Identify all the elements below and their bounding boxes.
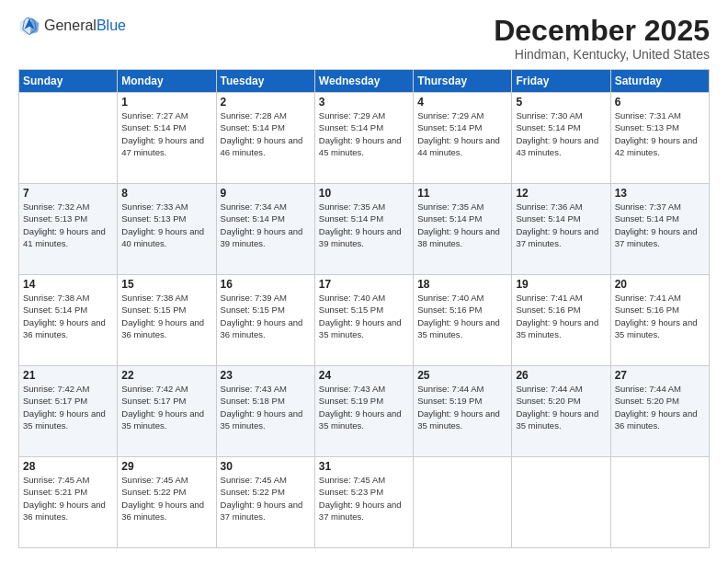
calendar-cell: 23Sunrise: 7:43 AM Sunset: 5:18 PM Dayli… [216,366,314,457]
header-sunday: Sunday [19,70,118,93]
day-number: 9 [221,187,311,200]
day-info: Sunrise: 7:43 AM Sunset: 5:19 PM Dayligh… [319,383,409,431]
calendar-cell: 10Sunrise: 7:35 AM Sunset: 5:14 PM Dayli… [314,184,413,275]
day-number: 21 [23,369,113,382]
calendar-cell: 7Sunrise: 7:32 AM Sunset: 5:13 PM Daylig… [19,184,118,275]
day-number: 25 [417,369,507,382]
calendar-cell: 22Sunrise: 7:42 AM Sunset: 5:17 PM Dayli… [118,366,216,457]
day-info: Sunrise: 7:39 AM Sunset: 5:15 PM Dayligh… [221,292,311,340]
calendar-cell: 8Sunrise: 7:33 AM Sunset: 5:13 PM Daylig… [118,184,216,275]
calendar-week-row: 28Sunrise: 7:45 AM Sunset: 5:21 PM Dayli… [19,457,710,548]
day-info: Sunrise: 7:35 AM Sunset: 5:14 PM Dayligh… [319,201,409,249]
day-number: 30 [221,460,311,473]
day-info: Sunrise: 7:44 AM Sunset: 5:20 PM Dayligh… [516,383,606,431]
day-info: Sunrise: 7:38 AM Sunset: 5:14 PM Dayligh… [23,292,113,340]
day-info: Sunrise: 7:34 AM Sunset: 5:14 PM Dayligh… [221,201,311,249]
calendar-cell: 31Sunrise: 7:45 AM Sunset: 5:23 PM Dayli… [314,457,413,548]
day-number: 20 [615,278,705,291]
day-info: Sunrise: 7:40 AM Sunset: 5:16 PM Dayligh… [417,292,507,340]
calendar-cell: 2Sunrise: 7:28 AM Sunset: 5:14 PM Daylig… [216,93,314,184]
day-info: Sunrise: 7:38 AM Sunset: 5:15 PM Dayligh… [121,292,211,340]
header-saturday: Saturday [610,70,709,93]
day-number: 6 [615,96,705,109]
day-number: 3 [319,96,409,109]
day-info: Sunrise: 7:29 AM Sunset: 5:14 PM Dayligh… [319,109,409,158]
day-info: Sunrise: 7:42 AM Sunset: 5:17 PM Dayligh… [121,383,211,431]
logo: GeneralBlue [18,15,126,37]
title-area: December 2025 Hindman, Kentucky, United … [494,15,710,62]
day-number: 22 [121,369,211,382]
day-number: 5 [516,96,606,109]
day-number: 15 [121,278,211,291]
day-info: Sunrise: 7:41 AM Sunset: 5:16 PM Dayligh… [615,292,705,340]
calendar-cell [512,457,610,548]
calendar-table: Sunday Monday Tuesday Wednesday Thursday… [18,69,710,548]
calendar-cell: 27Sunrise: 7:44 AM Sunset: 5:20 PM Dayli… [610,366,709,457]
calendar-cell: 5Sunrise: 7:30 AM Sunset: 5:14 PM Daylig… [512,93,610,184]
day-info: Sunrise: 7:40 AM Sunset: 5:15 PM Dayligh… [319,292,409,340]
calendar-week-row: 21Sunrise: 7:42 AM Sunset: 5:17 PM Dayli… [19,366,710,457]
calendar-cell: 4Sunrise: 7:29 AM Sunset: 5:14 PM Daylig… [414,93,512,184]
calendar-cell: 18Sunrise: 7:40 AM Sunset: 5:16 PM Dayli… [414,275,512,366]
day-number: 19 [516,278,606,291]
calendar-cell: 3Sunrise: 7:29 AM Sunset: 5:14 PM Daylig… [314,93,413,184]
day-number: 27 [615,369,705,382]
day-info: Sunrise: 7:32 AM Sunset: 5:13 PM Dayligh… [23,201,113,249]
day-number: 13 [615,187,705,200]
calendar-cell: 9Sunrise: 7:34 AM Sunset: 5:14 PM Daylig… [216,184,314,275]
calendar-cell: 30Sunrise: 7:45 AM Sunset: 5:22 PM Dayli… [216,457,314,548]
logo-general: GeneralBlue [44,17,126,34]
calendar-cell: 28Sunrise: 7:45 AM Sunset: 5:21 PM Dayli… [19,457,118,548]
day-number: 16 [221,278,311,291]
calendar-week-row: 1Sunrise: 7:27 AM Sunset: 5:14 PM Daylig… [19,93,710,184]
day-number: 1 [121,96,211,109]
header-thursday: Thursday [414,70,512,93]
calendar-cell: 29Sunrise: 7:45 AM Sunset: 5:22 PM Dayli… [118,457,216,548]
day-number: 2 [221,96,311,109]
calendar-cell [414,457,512,548]
day-number: 14 [23,278,113,291]
calendar-cell: 24Sunrise: 7:43 AM Sunset: 5:19 PM Dayli… [314,366,413,457]
day-number: 10 [319,187,409,200]
day-number: 8 [121,187,211,200]
day-info: Sunrise: 7:44 AM Sunset: 5:20 PM Dayligh… [615,383,705,431]
day-number: 12 [516,187,606,200]
calendar-header-row: Sunday Monday Tuesday Wednesday Thursday… [19,70,710,93]
day-number: 31 [319,460,409,473]
day-number: 17 [319,278,409,291]
calendar-cell: 6Sunrise: 7:31 AM Sunset: 5:13 PM Daylig… [610,93,709,184]
day-info: Sunrise: 7:31 AM Sunset: 5:13 PM Dayligh… [615,109,705,158]
calendar-cell: 15Sunrise: 7:38 AM Sunset: 5:15 PM Dayli… [118,275,216,366]
page: GeneralBlue December 2025 Hindman, Kentu… [0,0,728,563]
day-info: Sunrise: 7:30 AM Sunset: 5:14 PM Dayligh… [516,109,606,158]
day-number: 26 [516,369,606,382]
calendar-cell: 20Sunrise: 7:41 AM Sunset: 5:16 PM Dayli… [610,275,709,366]
day-info: Sunrise: 7:28 AM Sunset: 5:14 PM Dayligh… [221,109,311,158]
calendar-week-row: 7Sunrise: 7:32 AM Sunset: 5:13 PM Daylig… [19,184,710,275]
day-info: Sunrise: 7:37 AM Sunset: 5:14 PM Dayligh… [615,201,705,249]
day-number: 23 [221,369,311,382]
day-number: 11 [417,187,507,200]
calendar-cell: 14Sunrise: 7:38 AM Sunset: 5:14 PM Dayli… [19,275,118,366]
header-monday: Monday [118,70,216,93]
day-info: Sunrise: 7:45 AM Sunset: 5:22 PM Dayligh… [121,474,211,523]
day-info: Sunrise: 7:44 AM Sunset: 5:19 PM Dayligh… [417,383,507,431]
calendar-cell: 26Sunrise: 7:44 AM Sunset: 5:20 PM Dayli… [512,366,610,457]
header: GeneralBlue December 2025 Hindman, Kentu… [18,15,710,62]
day-number: 28 [23,460,113,473]
day-number: 7 [23,187,113,200]
day-info: Sunrise: 7:35 AM Sunset: 5:14 PM Dayligh… [417,201,507,249]
header-wednesday: Wednesday [314,70,413,93]
day-info: Sunrise: 7:27 AM Sunset: 5:14 PM Dayligh… [121,109,211,158]
day-info: Sunrise: 7:33 AM Sunset: 5:13 PM Dayligh… [121,201,211,249]
location: Hindman, Kentucky, United States [494,47,710,62]
calendar-week-row: 14Sunrise: 7:38 AM Sunset: 5:14 PM Dayli… [19,275,710,366]
calendar-cell: 13Sunrise: 7:37 AM Sunset: 5:14 PM Dayli… [610,184,709,275]
header-friday: Friday [512,70,610,93]
day-number: 24 [319,369,409,382]
day-info: Sunrise: 7:29 AM Sunset: 5:14 PM Dayligh… [417,109,507,158]
day-info: Sunrise: 7:43 AM Sunset: 5:18 PM Dayligh… [221,383,311,431]
day-number: 29 [121,460,211,473]
calendar-cell: 17Sunrise: 7:40 AM Sunset: 5:15 PM Dayli… [314,275,413,366]
calendar-cell: 16Sunrise: 7:39 AM Sunset: 5:15 PM Dayli… [216,275,314,366]
